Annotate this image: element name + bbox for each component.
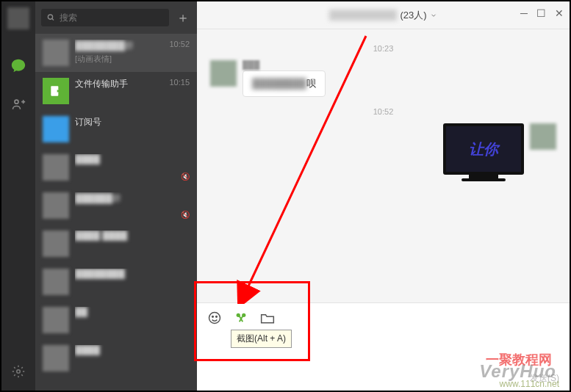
nav-rail <box>1 1 35 391</box>
file-button[interactable] <box>260 311 275 325</box>
my-avatar[interactable] <box>7 7 29 29</box>
chat-tab-icon[interactable] <box>10 57 27 75</box>
conversation-title: ████████ <box>75 269 190 279</box>
chat-header: xxxxxxxx (23人) ─ ☐ ✕ <box>197 1 570 29</box>
minimize-button[interactable]: ─ <box>520 7 528 19</box>
conversation-item[interactable]: ██████群 🔇 <box>35 186 197 225</box>
chat-input-area: 截图(Alt + A) 发送(S) <box>197 302 570 391</box>
svg-point-8 <box>212 316 214 318</box>
conversation-sidebar: ＋ ████████群 [动画表情] 10:52 文件传输助手 10:15 <box>35 1 197 391</box>
contacts-tab-icon[interactable] <box>10 95 27 113</box>
search-input[interactable] <box>41 9 169 26</box>
image-message[interactable]: 让你 <box>443 123 524 181</box>
conversation-avatar <box>43 40 69 66</box>
search-row: ＋ <box>35 1 197 34</box>
chat-title[interactable]: xxxxxxxx (23人) <box>329 9 437 22</box>
message-sender: ███ <box>243 60 326 69</box>
maximize-button[interactable]: ☐ <box>536 7 546 19</box>
conversation-time: 10:15 <box>169 78 190 87</box>
conversation-item[interactable]: ████ 🔇 <box>35 148 197 186</box>
conversation-time: 10:52 <box>169 40 190 48</box>
message-row: 让你 <box>210 123 556 181</box>
conversation-list: ████████群 [动画表情] 10:52 文件传输助手 10:15 订阅号 <box>35 34 197 391</box>
message-bubble: ████████呗 <box>243 70 326 97</box>
conversation-item[interactable]: ████████ <box>35 263 197 301</box>
svg-point-4 <box>48 15 52 19</box>
input-toolbar <box>207 311 559 325</box>
conversation-item[interactable]: 订阅号 <box>35 110 197 148</box>
window-controls: ─ ☐ ✕ <box>520 7 564 19</box>
conversation-avatar <box>43 116 69 142</box>
svg-point-9 <box>216 316 218 318</box>
message-avatar[interactable] <box>210 60 237 87</box>
message-avatar[interactable] <box>530 123 556 150</box>
message-row: ███ ████████呗 <box>210 60 556 97</box>
chat-panel: xxxxxxxx (23人) ─ ☐ ✕ 10:23 ███ ████████呗 <box>197 1 570 391</box>
mute-icon: 🔇 <box>181 211 190 219</box>
close-button[interactable]: ✕ <box>555 7 564 19</box>
conversation-item[interactable]: ████ ████ <box>35 225 197 263</box>
svg-point-3 <box>17 370 21 374</box>
screenshot-tooltip: 截图(Alt + A) <box>231 330 292 348</box>
conversation-item[interactable]: 文件传输助手 10:15 <box>35 72 197 110</box>
chat-body: 10:23 ███ ████████呗 10:52 让你 <box>197 29 570 302</box>
conversation-title: ██████群 <box>75 192 190 205</box>
conversation-title: ████ <box>75 154 190 164</box>
settings-icon[interactable] <box>10 363 27 380</box>
conversation-avatar <box>43 78 69 104</box>
mute-icon: 🔇 <box>181 173 190 181</box>
new-chat-button[interactable]: ＋ <box>175 10 191 26</box>
conversation-avatar <box>43 154 69 181</box>
app-window: ＋ ████████群 [动画表情] 10:52 文件传输助手 10:15 <box>0 0 571 392</box>
conversation-avatar <box>43 307 69 333</box>
conversation-avatar <box>43 231 69 257</box>
svg-line-5 <box>52 18 54 20</box>
screenshot-button[interactable] <box>234 311 248 325</box>
conversation-avatar <box>43 269 69 295</box>
conversation-item[interactable]: ████████群 [动画表情] 10:52 <box>35 34 197 72</box>
time-divider: 10:52 <box>210 107 556 116</box>
emoji-button[interactable] <box>207 311 222 325</box>
conversation-avatar <box>43 345 69 371</box>
send-hint: 发送(S) <box>530 372 559 385</box>
conversation-title: 订阅号 <box>75 116 190 128</box>
conversation-avatar <box>43 192 69 219</box>
time-divider: 10:23 <box>210 44 556 53</box>
svg-point-7 <box>209 313 220 324</box>
conversation-item[interactable]: ██ <box>35 301 197 339</box>
conversation-preview: [动画表情] <box>75 54 190 65</box>
conversation-item[interactable]: ████ <box>35 339 197 377</box>
conversation-title: ████ ████ <box>75 231 190 241</box>
svg-point-0 <box>15 100 18 104</box>
search-field[interactable] <box>60 12 163 23</box>
conversation-title: ████ <box>75 345 190 355</box>
chat-title-suffix: (23人) <box>400 9 426 22</box>
chevron-down-icon[interactable] <box>430 12 437 19</box>
conversation-title: ██ <box>75 307 190 317</box>
